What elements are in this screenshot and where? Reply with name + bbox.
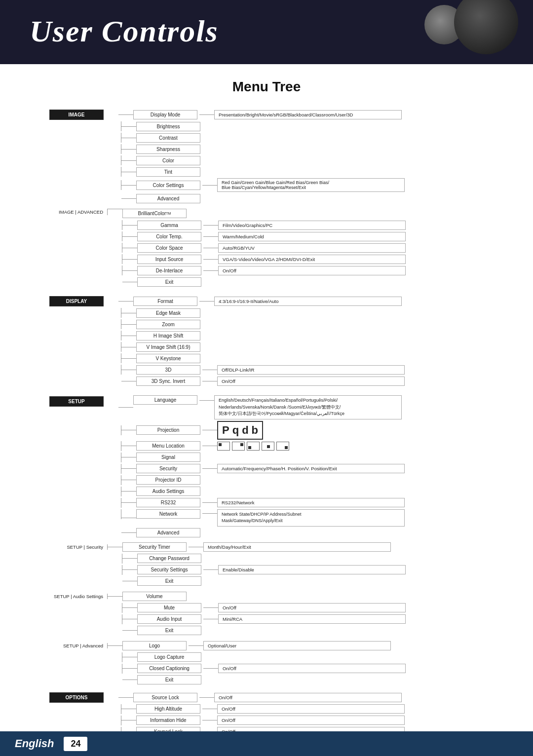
item-zoom: Zoom <box>136 320 200 329</box>
val-3d: Off/DLP-Link/IR <box>217 365 405 375</box>
tree-row-exit-imageadv: Exit <box>35 277 503 287</box>
tree-row-image-header: IMAGE Display Mode Presentation/Bright/M… <box>35 110 503 120</box>
val-securitysettings: Enable/Disable <box>218 565 406 574</box>
connector-deinterlace <box>122 270 137 271</box>
tree-row-tint: Tint <box>35 167 503 177</box>
tree-row-vimageshift: V Image Shift (16:9) <box>35 342 503 352</box>
item-audioinput: Audio Input <box>137 614 201 624</box>
val-closedcaption: On/Off <box>218 664 406 673</box>
item-highaltitude: High Altitude <box>136 704 200 714</box>
item-rs232: RS232 <box>136 498 200 507</box>
val-language: English/Deutsch/Français/Italiano/Españo… <box>214 395 402 419</box>
tree-row-menulocation: Menu Location <box>35 441 503 451</box>
footer-language: English <box>15 737 54 750</box>
item-projection: Projection <box>136 425 200 435</box>
connector-tint <box>121 172 136 172</box>
menu-tree-title: Menu Tree <box>30 79 503 95</box>
tree-row-colorspace: Color Space Auto/RGB/YUV <box>35 243 503 253</box>
val-colorspace: Auto/RGB/YUV <box>218 243 406 253</box>
main-content: Menu Tree IMAGE Display Mode Presentatio… <box>0 64 533 756</box>
val-inputsrc: VGA/S-Video/Video/VGA 2/HDMI/DVI-D/Exit <box>218 255 406 264</box>
item-deinterlace: De-Interlace <box>137 266 201 275</box>
tree-row-infohide: Information Hide On/Off <box>35 716 503 725</box>
item-color: Color <box>136 156 200 165</box>
connector-inputsrc-val <box>203 259 218 260</box>
tree-row-network: Network Network State/DHCP/IP Address/Su… <box>35 509 503 527</box>
tree-row-3dsync: 3D Sync. Invert On/Off <box>35 376 503 386</box>
tree-row-sharpness: Sharpness <box>35 144 503 154</box>
tree-row-projectorid: Projector ID <box>35 475 503 485</box>
connector-image <box>118 114 133 115</box>
tree-row-image-advanced: Advanced <box>35 193 503 203</box>
val-projection: P q d b <box>217 421 263 440</box>
cat-setup-security: SETUP | Security <box>35 544 108 550</box>
item-logo: Logo <box>122 641 187 650</box>
item-exit-imageadv: Exit <box>137 277 201 287</box>
header-decoration <box>424 0 533 64</box>
item-display-mode: Display Mode <box>133 110 197 119</box>
tree-row-audio-header: SETUP | Audio Settings Volume <box>35 592 503 602</box>
tree-row-contrast: Contrast <box>35 133 503 143</box>
tree-row-zoom: Zoom <box>35 319 503 329</box>
item-language: Language <box>133 395 197 405</box>
item-exit-security: Exit <box>137 576 201 586</box>
connector-color-settings <box>121 185 136 186</box>
cat-display: DISPLAY <box>49 296 104 306</box>
item-sourcelock: Source Lock <box>133 693 197 702</box>
tree-row-securitysettings: Security Settings Enable/Disable <box>35 565 503 575</box>
connector-sharpness <box>121 149 136 150</box>
item-mute: Mute <box>137 603 201 612</box>
page-footer: English 24 <box>0 731 533 756</box>
item-security: Security <box>136 464 200 473</box>
tree-row-color-settings: Color Settings Red Gain/Green Gain/Blue … <box>35 178 503 192</box>
item-brightness: Brightness <box>136 122 200 131</box>
tree-row-gamma: Gamma Film/Video/Graphics/PC <box>35 220 503 230</box>
item-network: Network <box>136 509 200 519</box>
tree-row-himageshift: H Image Shift <box>35 331 503 340</box>
cat-setup: SETUP <box>49 396 104 407</box>
item-vimageshift: V Image Shift (16:9) <box>136 342 200 352</box>
connector-image-advanced <box>121 198 136 199</box>
val-securitytimer: Month/Day/Hour/Exit <box>203 542 391 552</box>
tree-row-security: Security Automatic/Frequency/Phase/H. Po… <box>35 464 503 474</box>
tree-row-image-adv-header: IMAGE | ADVANCED BrilliantColorTM <box>35 209 503 219</box>
tree-row-exit-audio: Exit <box>35 626 503 636</box>
tree-row-deinterlace: De-Interlace On/Off <box>35 265 503 275</box>
tree-row-exit-setupadv: Exit <box>35 675 503 685</box>
cat-image-advanced: IMAGE | ADVANCED <box>35 209 108 215</box>
tree-row-setup-adv: Advanced <box>35 528 503 538</box>
cat-image: IMAGE <box>49 110 104 120</box>
val-infohide: On/Off <box>217 716 405 725</box>
item-color-settings: Color Settings <box>136 181 200 190</box>
tree-row-brightness: Brightness <box>35 121 503 131</box>
val-color-settings: Red Gain/Green Gain/Blue Gain/Red Bias/G… <box>217 178 405 192</box>
val-deinterlace: On/Off <box>218 266 406 275</box>
val-sourcelock: On/Off <box>214 693 402 702</box>
item-format: Format <box>133 297 197 306</box>
item-volume: Volume <box>122 592 187 601</box>
cat-options: OPTIONS <box>49 692 104 703</box>
val-gamma: Film/Video/Graphics/PC <box>218 221 406 230</box>
val-network: Network State/DHCP/IP Address/Subnet Mas… <box>217 509 405 527</box>
tree-row-exit-security: Exit <box>35 576 503 586</box>
item-3dsync: 3D Sync. Invert <box>136 377 200 386</box>
val-menulocation <box>217 442 289 451</box>
connector-display-mode <box>199 114 214 115</box>
connector-contrast <box>121 138 136 138</box>
cat-setup-audio: SETUP | Audio Settings <box>35 594 108 599</box>
item-audiosettings: Audio Settings <box>136 487 200 496</box>
tree-row-closedcaption: Closed Captioning On/Off <box>35 664 503 674</box>
val-format: 4:3/16:9-I/16:9-II/Native/Auto <box>214 297 402 306</box>
item-gamma: Gamma <box>137 221 201 230</box>
item-contrast: Contrast <box>136 133 200 143</box>
connector-color <box>121 160 136 161</box>
connector-display <box>118 301 133 302</box>
connector-gamma <box>122 225 137 226</box>
item-inputsrc: Input Source <box>137 255 201 264</box>
connector-colortemp-val <box>203 236 218 237</box>
tree-row-colortemp: Color Temp. Warm/Medium/Cold <box>35 231 503 241</box>
tree-row-edgemask: Edge Mask <box>35 308 503 318</box>
tree-row-signal: Signal <box>35 453 503 462</box>
item-colorspace: Color Space <box>137 243 201 253</box>
tree-row-options-header: OPTIONS Source Lock On/Off <box>35 692 503 703</box>
